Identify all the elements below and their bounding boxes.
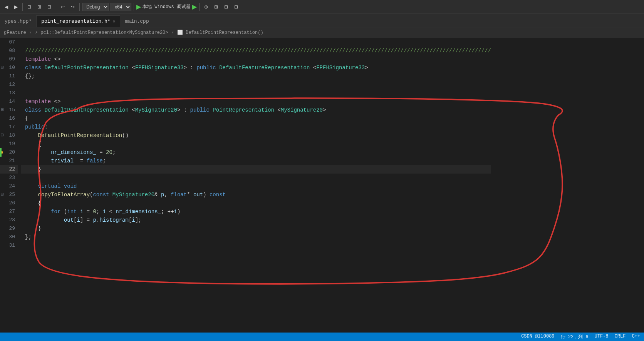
tab-point-close[interactable]: ✕	[113, 19, 116, 24]
separator-5	[199, 3, 200, 11]
run-label: 本地 Windows 调试器	[143, 3, 191, 10]
indent-19	[25, 140, 38, 148]
plain2-10: <	[129, 64, 135, 72]
tab-main[interactable]: main.cpp	[120, 15, 154, 27]
plain3-10: > :	[184, 64, 197, 72]
forward-button[interactable]: ▶	[12, 3, 20, 10]
breadcrumb-namespace[interactable]: gFeature	[4, 30, 26, 35]
plain3-27	[77, 207, 80, 216]
gutter-22: 22	[0, 165, 18, 174]
indent-21	[25, 157, 51, 165]
breakpoint-button[interactable]: ⊕	[202, 3, 210, 10]
undo-button[interactable]: ↩	[59, 3, 67, 10]
kw-template-14: template	[25, 97, 51, 106]
plain4-10	[216, 64, 219, 72]
plain5-10: <	[310, 64, 316, 72]
kw-virtual: virtual	[38, 182, 61, 191]
tab-point-representation[interactable]: point_representation.h* ✕	[37, 15, 120, 27]
fold-10[interactable]: ⊟	[1, 64, 4, 72]
breadcrumb-method[interactable]: ⬜ DefaultPointRepresentation()	[177, 30, 263, 35]
redo-button[interactable]: ↪	[69, 3, 77, 10]
tab-main-label: main.cpp	[125, 18, 149, 24]
kw-float: float	[171, 191, 187, 199]
step-over-button[interactable]: ⊞	[212, 3, 220, 10]
targ2-10: FPFHSignature33	[316, 64, 365, 72]
indent-25	[25, 191, 38, 199]
separator-3	[79, 3, 80, 11]
plain3-25	[109, 191, 112, 199]
var-p: p	[161, 191, 164, 199]
code-line-27: for ( int i = 0 ; i < nr_dimensions_ ; +…	[21, 207, 491, 216]
breadcrumb-class[interactable]: ⚡ pcl::DefaultPointRepresentation<MySign…	[35, 30, 168, 35]
num-0: 0	[93, 207, 96, 216]
var-trivial: trivial_	[51, 157, 77, 165]
open-button[interactable]: ⊟	[45, 3, 54, 10]
plain-11: {};	[25, 72, 35, 80]
gutter-13: 13	[0, 89, 18, 97]
status-bar: CSDN @ll0089 行 22，列 6 UTF-8 CRLF C++	[0, 333, 644, 341]
type-mysig: MySignature20	[112, 191, 154, 199]
targ-15: MySignature20	[135, 106, 177, 114]
kw-class-10: class	[25, 64, 41, 72]
change-indicator-20	[0, 148, 2, 157]
fold-25[interactable]: ⊟	[1, 191, 4, 199]
code-line-12	[21, 80, 491, 89]
tab-ypes[interactable]: ypes.hpp*	[0, 15, 37, 27]
status-position: 行 22，列 6	[561, 334, 589, 340]
gutter-28: 28	[0, 216, 18, 224]
targ-10: FPFHSignature33	[135, 64, 184, 72]
var-i2: i	[103, 207, 106, 216]
code-line-25: copyToFloatArray ( const MySignature20 &…	[21, 191, 491, 199]
fold-18[interactable]: ⊟	[1, 131, 4, 140]
separator-4	[134, 3, 134, 11]
breadcrumb-bar: gFeature ▾ ⚡ pcl::DefaultPointRepresenta…	[0, 27, 644, 38]
code-line-23	[21, 174, 491, 182]
save-all-button[interactable]: ⊞	[35, 3, 44, 10]
step-into-button[interactable]: ⊟	[222, 3, 230, 10]
breadcrumb-sep-1: ▾	[29, 30, 32, 35]
status-language: C++	[632, 334, 640, 340]
fold-15[interactable]: ⊟	[1, 106, 4, 114]
kw-const-25: const	[93, 191, 109, 199]
targ2-15: MySignature20	[281, 106, 323, 114]
classname-15: DefaultPointRepresentation	[44, 106, 128, 114]
gutter-12: 12	[0, 80, 18, 89]
func-18: DefaultPointRepresentation	[38, 131, 122, 140]
code-line-09: template <>	[21, 55, 491, 64]
gutter-17: 17	[0, 123, 18, 131]
plain-20: =	[96, 148, 106, 157]
save-button[interactable]: ⊡	[25, 3, 34, 10]
platform-dropdown[interactable]: x64	[111, 3, 131, 11]
code-container[interactable]: ////////////////////////////////////////…	[21, 38, 491, 333]
code-line-19: {	[21, 140, 491, 148]
var-i4: i	[77, 216, 80, 224]
plain-09: <>	[51, 55, 60, 64]
plain-22: }	[38, 165, 41, 174]
status-line-ending: CRLF	[615, 334, 626, 340]
run-button[interactable]: ▶	[136, 3, 141, 10]
plain-21: =	[77, 157, 86, 165]
gutter-21: 21	[0, 157, 18, 165]
var-i3: i	[174, 207, 177, 216]
var-i: i	[80, 207, 83, 216]
var-nr-dim2: nr_dimensions_	[116, 207, 161, 216]
kw-class-15: class	[25, 106, 41, 114]
step-out-button[interactable]: ⊡	[232, 3, 240, 10]
var-out: out	[193, 191, 203, 199]
gutter-23: 23	[0, 174, 18, 182]
separator-2	[56, 3, 56, 11]
plain-15	[41, 106, 44, 114]
code-line-26: {	[21, 199, 491, 207]
plain-14: <>	[51, 97, 60, 106]
continue-button[interactable]: ▶	[192, 3, 197, 10]
gutter-24: 24	[0, 182, 18, 191]
debug-config-dropdown[interactable]: Debug	[82, 3, 109, 11]
bool-false: false	[87, 157, 103, 165]
back-button[interactable]: ◀	[2, 3, 10, 10]
plain5-28: [	[129, 216, 132, 224]
plain6-15: >	[323, 106, 326, 114]
line-number-gutter: 07 08 09 ⊟10 11 12 13 14 ⊟15 16 17 ⊟18 1…	[0, 38, 21, 333]
plain-19: {	[38, 140, 41, 148]
plain-18: ()	[122, 131, 129, 140]
func-copy: copyToFloatArray	[38, 191, 90, 199]
